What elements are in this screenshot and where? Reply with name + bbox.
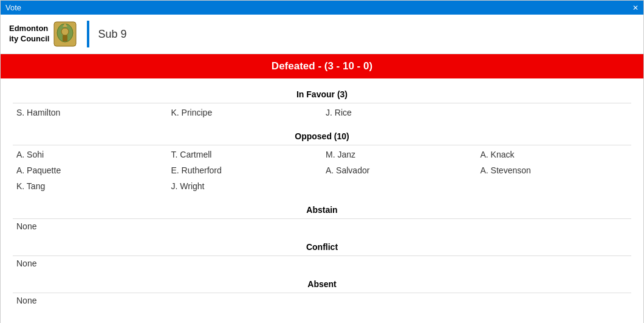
name-stevenson: A. Stevenson bbox=[477, 164, 632, 177]
name-wright: J. Wright bbox=[168, 179, 323, 193]
opposed-section: Opposed (10) A. Sohi T. Cartmell M. Janz… bbox=[13, 127, 631, 196]
name-janz: M. Janz bbox=[322, 148, 477, 161]
name-empty2 bbox=[322, 179, 477, 193]
name-paquette: A. Paquette bbox=[13, 164, 168, 177]
name-rutherford: E. Rutherford bbox=[168, 164, 323, 177]
name-principe: K. Principe bbox=[168, 106, 323, 119]
crest-icon bbox=[53, 21, 77, 47]
in-favour-header: In Favour (3) bbox=[13, 85, 631, 103]
header-divider bbox=[87, 21, 89, 47]
header-subtitle: Sub 9 bbox=[98, 28, 126, 41]
defeated-banner: Defeated - (3 - 10 - 0) bbox=[1, 54, 643, 78]
svg-point-2 bbox=[61, 28, 69, 35]
name-empty1 bbox=[477, 106, 632, 119]
abstain-header: Abstain bbox=[13, 200, 631, 218]
conflict-section: Conflict None bbox=[13, 237, 631, 271]
name-salvador: A. Salvador bbox=[322, 164, 477, 177]
name-tang: K. Tang bbox=[13, 179, 168, 193]
svg-rect-3 bbox=[63, 35, 67, 41]
in-favour-grid: S. Hamilton K. Principe J. Rice bbox=[13, 103, 631, 123]
name-empty3 bbox=[477, 179, 632, 193]
name-cartmell: T. Cartmell bbox=[168, 148, 323, 161]
header: Edmonton ity Council Sub 9 bbox=[1, 15, 643, 54]
conflict-value: None bbox=[13, 256, 631, 271]
name-hamilton: S. Hamilton bbox=[13, 106, 168, 119]
title-bar-label: Vote bbox=[5, 3, 21, 12]
absent-section: Absent None bbox=[13, 274, 631, 308]
name-rice: J. Rice bbox=[322, 106, 477, 119]
name-sohi: A. Sohi bbox=[13, 148, 168, 161]
name-knack: A. Knack bbox=[477, 148, 632, 161]
in-favour-section: In Favour (3) S. Hamilton K. Principe J.… bbox=[13, 85, 631, 123]
close-icon[interactable]: ✕ bbox=[632, 4, 639, 12]
logo-area: Edmonton ity Council bbox=[9, 21, 81, 47]
vote-window: Vote ✕ Edmonton ity Council Sub 9 Defeat… bbox=[0, 0, 644, 323]
conflict-header: Conflict bbox=[13, 237, 631, 255]
opposed-grid: A. Sohi T. Cartmell M. Janz A. Knack A. … bbox=[13, 145, 631, 196]
abstain-section: Abstain None bbox=[13, 200, 631, 234]
opposed-header: Opposed (10) bbox=[13, 127, 631, 145]
title-bar: Vote ✕ bbox=[1, 1, 643, 15]
absent-header: Absent bbox=[13, 274, 631, 293]
logo-text: Edmonton ity Council bbox=[9, 24, 49, 44]
content-area: In Favour (3) S. Hamilton K. Principe J.… bbox=[1, 78, 643, 323]
absent-value: None bbox=[13, 293, 631, 308]
abstain-value: None bbox=[13, 219, 631, 234]
